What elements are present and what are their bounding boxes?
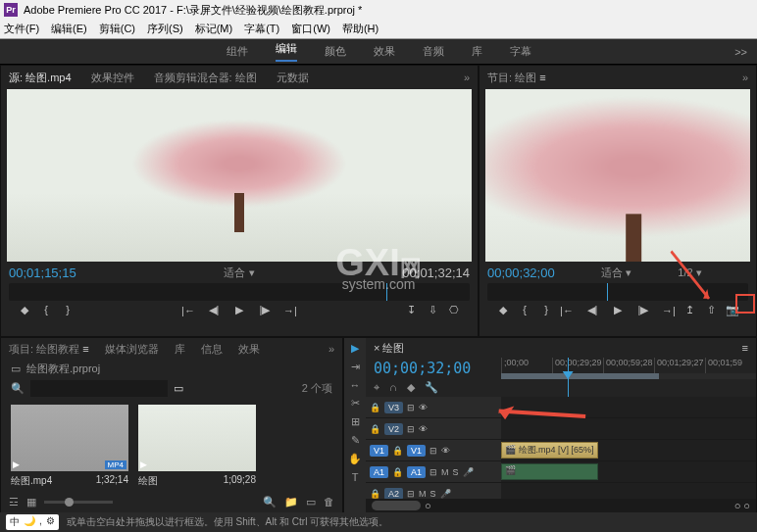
mic-icon[interactable]: 🎤 <box>440 489 451 499</box>
lift-icon[interactable]: ↥ <box>681 304 697 316</box>
work-area-bar[interactable] <box>501 373 756 379</box>
track-content[interactable] <box>501 418 756 439</box>
tab-program[interactable]: 节目: 绘图 ≡ <box>487 71 546 85</box>
search-input[interactable] <box>30 380 168 397</box>
step-back-icon[interactable]: ◀| <box>206 304 222 316</box>
track-select-tool-icon[interactable]: ⇥ <box>351 361 360 373</box>
program-zoom[interactable]: 适合 ▾ <box>601 266 631 280</box>
tab-libraries[interactable]: 库 <box>175 342 185 357</box>
trash-icon[interactable]: 🗑 <box>324 496 334 508</box>
tab-effects-lower[interactable]: 效果 <box>238 342 260 357</box>
panel-more-icon[interactable]: » <box>328 343 334 355</box>
track-content[interactable]: 🎬 <box>501 461 756 482</box>
source-zoom[interactable]: 适合 ▾ <box>224 266 254 280</box>
razor-tool-icon[interactable]: ✂ <box>351 397 360 410</box>
lock-icon[interactable]: 🔒 <box>370 403 380 412</box>
source-view[interactable] <box>7 89 472 262</box>
track-target-a1[interactable]: A1 <box>370 466 388 478</box>
linked-sel-icon[interactable]: ∩ <box>389 381 397 394</box>
mute-icon[interactable]: M <box>419 489 427 499</box>
tab-audio-mixer[interactable]: 音频剪辑混合器: 绘图 <box>154 71 257 85</box>
goto-out-icon[interactable]: →| <box>661 305 677 316</box>
time-ruler[interactable]: ;00;0000;00;29;2900;00;59;2800;01;29;270… <box>501 358 756 373</box>
tab-source[interactable]: 源: 绘图.mp4 <box>9 71 72 85</box>
type-tool-icon[interactable]: T <box>352 471 359 483</box>
new-item-icon[interactable]: ▭ <box>306 496 316 508</box>
tab-info[interactable]: 信息 <box>201 342 223 357</box>
mark-out-icon[interactable]: } <box>60 304 76 316</box>
solo-icon[interactable]: S <box>430 489 436 499</box>
menu-sequence[interactable]: 序列(S) <box>147 22 183 36</box>
ws-more[interactable]: >> <box>734 46 747 58</box>
search-icon[interactable]: 🔍 <box>11 382 25 395</box>
eye-icon[interactable]: 👁 <box>419 403 428 412</box>
track-a2[interactable]: A2 <box>384 488 403 500</box>
track-target-v1[interactable]: V1 <box>370 445 388 457</box>
tab-project[interactable]: 项目: 绘图教程 ≡ <box>9 342 89 357</box>
sequence-tab[interactable]: × 绘图 <box>374 341 404 356</box>
tab-metadata[interactable]: 元数据 <box>277 71 309 85</box>
marker-add-icon[interactable]: ◆ <box>407 381 415 394</box>
lock-icon[interactable]: 🔒 <box>392 446 403 456</box>
list-view-icon[interactable]: ☲ <box>9 496 19 508</box>
eye-icon[interactable]: 👁 <box>419 424 428 434</box>
step-fwd-icon[interactable]: |▶ <box>257 304 273 316</box>
eye-icon[interactable]: 👁 <box>441 446 450 456</box>
menu-window[interactable]: 窗口(W) <box>291 22 330 36</box>
ws-captions[interactable]: 字幕 <box>510 44 531 59</box>
ws-audio[interactable]: 音频 <box>423 44 444 59</box>
menu-title[interactable]: 字幕(T) <box>244 22 279 36</box>
step-back-icon[interactable]: ◀| <box>584 304 600 316</box>
menu-marker[interactable]: 标记(M) <box>195 22 233 36</box>
thumb-size-slider[interactable] <box>44 501 113 504</box>
settings-icon[interactable]: 🔧 <box>425 381 438 394</box>
track-v2[interactable]: V2 <box>384 423 403 435</box>
menu-help[interactable]: 帮助(H) <box>342 22 378 36</box>
audio-clip[interactable]: 🎬 <box>501 463 598 480</box>
ws-library[interactable]: 库 <box>472 44 482 59</box>
hand-tool-icon[interactable]: ✋ <box>348 453 362 465</box>
new-bin-icon[interactable]: 📁 <box>284 496 298 508</box>
mark-out-icon[interactable]: } <box>538 304 554 316</box>
track-v1[interactable]: V1 <box>407 445 426 457</box>
menu-file[interactable]: 文件(F) <box>4 22 39 36</box>
program-timecode[interactable]: 00;00;32;00 <box>487 266 555 280</box>
marker-icon[interactable]: ◆ <box>17 304 32 316</box>
goto-in-icon[interactable]: |← <box>180 305 196 316</box>
mic-icon[interactable]: 🎤 <box>463 467 474 477</box>
track-content[interactable] <box>501 397 756 417</box>
tab-effect-controls[interactable]: 效果控件 <box>91 71 134 85</box>
goto-out-icon[interactable]: →| <box>282 305 298 316</box>
mark-in-icon[interactable]: { <box>38 304 54 316</box>
snap-icon[interactable]: ⌖ <box>374 381 379 394</box>
play-icon[interactable]: ▶ <box>231 304 247 316</box>
extract-icon[interactable]: ⇧ <box>703 304 719 316</box>
step-fwd-icon[interactable]: |▶ <box>635 304 651 316</box>
program-view[interactable] <box>485 89 750 262</box>
lock-icon[interactable]: 🔒 <box>370 424 380 434</box>
tab-media-browser[interactable]: 媒体浏览器 <box>105 342 159 357</box>
project-item[interactable]: ▶ 绘图1;09;28 <box>138 405 256 488</box>
panel-menu-icon[interactable]: ≡ <box>742 342 748 354</box>
ws-assembly[interactable]: 组件 <box>227 44 248 59</box>
program-resolution[interactable]: 1/2 ▾ <box>678 266 701 279</box>
play-icon[interactable]: ▶ <box>610 304 626 316</box>
icon-view-icon[interactable]: ▦ <box>26 496 36 508</box>
source-timecode[interactable]: 00;01;15;15 <box>9 266 76 280</box>
track-content[interactable]: 🎬 绘图.mp4 [V] [65%] <box>501 440 756 460</box>
source-scrubber[interactable] <box>9 283 470 301</box>
overwrite-icon[interactable]: ⇩ <box>425 304 440 316</box>
track-a1[interactable]: A1 <box>407 466 426 478</box>
video-clip[interactable]: 🎬 绘图.mp4 [V] [65%] <box>501 442 598 459</box>
mute-icon[interactable]: M <box>441 467 449 477</box>
export-frame-icon[interactable]: 📷 <box>725 304 740 316</box>
lock-icon[interactable]: 🔒 <box>392 467 403 477</box>
solo-icon[interactable]: S <box>453 467 459 477</box>
pen-tool-icon[interactable]: ✎ <box>351 434 360 447</box>
ime-icon[interactable]: 中 <box>10 515 20 529</box>
lock-icon[interactable]: 🔒 <box>370 489 380 499</box>
gear-icon[interactable]: ⚙ <box>46 515 55 529</box>
marker-icon[interactable]: ◆ <box>495 304 511 316</box>
menu-edit[interactable]: 编辑(E) <box>51 22 87 36</box>
ws-color[interactable]: 颜色 <box>325 44 346 59</box>
